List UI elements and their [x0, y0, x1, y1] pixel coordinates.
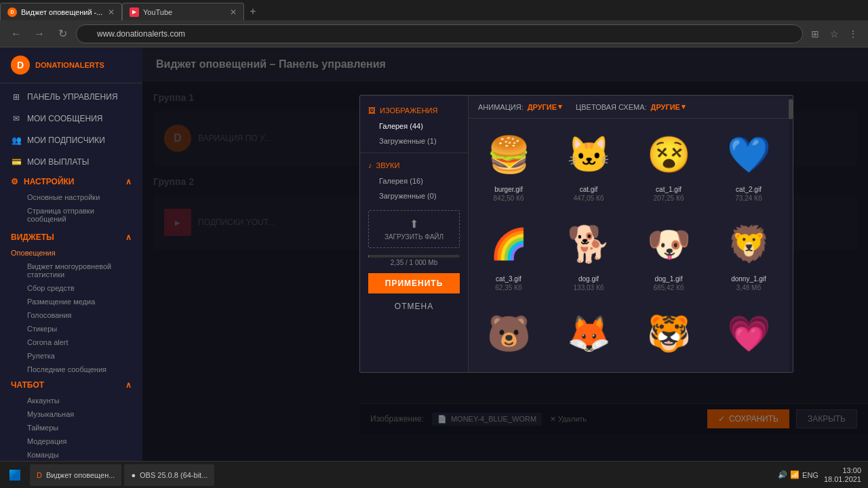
taskbar-tray: 🔊 📶 ENG [778, 470, 818, 479]
image-item-bear2[interactable]: 🦊 [549, 298, 629, 372]
sidebar-sub-sendpage[interactable]: Страница отправки сообщений [0, 204, 142, 226]
sounds-gallery-item[interactable]: Галерея (16) [360, 174, 468, 188]
image-item-cat[interactable]: 🐱 cat.gif 447,05 Кб [549, 119, 629, 208]
sidebar-sub-voting[interactable]: Голосования [0, 308, 142, 322]
image-item-dog1[interactable]: 🐶 dog_1.gif 685,42 Кб [629, 208, 709, 298]
sidebar-item-panel[interactable]: ⊞ ПАНЕЛЬ УПРАВЛЕНИЯ [0, 86, 142, 108]
sounds-section-header: ♪ ЗВУКИ [360, 157, 468, 174]
gallery-label: Галерея (44) [379, 122, 423, 130]
image-thumb-cat2: 💙 [722, 127, 776, 182]
sidebar-settings-header[interactable]: ⚙ НАСТРОЙКИ ∧ [0, 173, 142, 190]
forward-button[interactable]: → [30, 24, 49, 43]
image-item-bear1[interactable]: 🐻 [469, 298, 549, 372]
music-icon: ♪ [368, 161, 372, 169]
sidebar-widgets-header[interactable]: ВИДЖЕТЫ ∧ [0, 228, 142, 246]
tab-youtube[interactable]: ▶ YouTube ✕ [122, 3, 244, 20]
image-item-heart[interactable]: 💗 [709, 298, 789, 372]
images-section-label: ИЗОБРАЖЕНИЯ [380, 106, 437, 115]
start-button[interactable] [3, 463, 27, 487]
settings-chevron: ∧ [125, 177, 132, 186]
tab-close-da[interactable]: ✕ [108, 7, 115, 17]
image-picker-modal: 🖼 ИЗОБРАЖЕНИЯ Галерея (44) Загруженные (… [359, 95, 793, 373]
tab-new-button[interactable]: + [244, 3, 262, 20]
burger-emoji: 🍔 [487, 134, 531, 176]
upload-progress-text: 2,35 / 1 000 Mb [368, 259, 460, 266]
panel-icon: ⊞ [11, 92, 22, 102]
image-thumb-cat3: 🌈 [481, 217, 536, 271]
sidebar-chatbot-header[interactable]: ЧАТБОТ ∧ [0, 376, 142, 394]
sidebar-item-subscribers[interactable]: 👥 МОИ ПОДПИСЧИКИ [0, 129, 142, 151]
sidebar-sub-teams[interactable]: Команды [0, 448, 142, 461]
sidebar-item-label-messages: МОИ СООБЩЕНИЯ [27, 114, 102, 123]
upload-progress: 2,35 / 1 000 Mb [368, 255, 460, 266]
address-bar[interactable] [76, 24, 803, 43]
tray-lang: ENG [802, 471, 818, 479]
sidebar-sub-lastmsg[interactable]: Последние сообщения [0, 363, 142, 376]
modal-scrollbar-thumb [789, 99, 793, 119]
animation-value[interactable]: ДРУГИЕ ▾ [528, 102, 562, 111]
sidebar-item-label-panel: ПАНЕЛЬ УПРАВЛЕНИЯ [27, 92, 118, 102]
image-item-burger[interactable]: 🍔 burger.gif 842,50 Кб [469, 119, 549, 208]
logo-icon: D [11, 56, 30, 75]
brand-name: DONATIONALERTS [35, 61, 104, 69]
settings-icon: ⚙ [11, 177, 18, 186]
upload-area[interactable]: ⬆ ЗАГРУЗИТЬ ФАЙЛ [368, 210, 460, 248]
color-value[interactable]: ДРУГИЕ ▾ [651, 102, 686, 111]
image-item-cat3[interactable]: 🌈 cat_3.gif 62,35 Кб [469, 208, 549, 298]
gallery-item[interactable]: Галерея (44) [360, 119, 468, 134]
taskbar-date: 18.01.2021 [824, 475, 861, 483]
animation-label: АНИМАЦИЯ: [478, 103, 524, 111]
tab-close-yt[interactable]: ✕ [230, 7, 237, 17]
taskbar-app1-icon: D [37, 471, 42, 479]
image-item-cat2[interactable]: 💙 cat_2.gif 73,24 Кб [709, 119, 789, 208]
sidebar-sub-stickers[interactable]: Стикеры [0, 322, 142, 336]
image-thumb-bear1: 🐻 [481, 306, 536, 361]
taskbar-app1[interactable]: D Виджет оповещен... [30, 464, 121, 486]
cancel-button[interactable]: ОТМЕНА [368, 298, 460, 315]
dog1-emoji: 🐶 [647, 224, 691, 265]
image-name-cat1: cat_1.gif [656, 186, 682, 193]
sidebar-sub-accounts[interactable]: Аккаунты [0, 394, 142, 407]
browser-tabs-bar: D Виджет оповещений -... ✕ ▶ YouTube ✕ + [0, 0, 868, 20]
sidebar-sub-roulette[interactable]: Рулетка [0, 349, 142, 363]
image-thumb-heart: 💗 [722, 306, 776, 361]
sidebar-sub-notifications[interactable]: Оповещения [0, 246, 142, 260]
image-item-tiger[interactable]: 🐯 [629, 298, 709, 372]
sidebar-item-payouts[interactable]: 💳 МОИ ВЫПЛАТЫ [0, 151, 142, 173]
image-thumb-cat1: 😵 [642, 127, 696, 182]
taskbar-clock: 13:00 18.01.2021 [824, 466, 861, 483]
sidebar-sub-fundraising[interactable]: Сбор средств [0, 281, 142, 295]
uploaded-item[interactable]: Загруженные (1) [360, 134, 468, 148]
refresh-button[interactable]: ↻ [53, 24, 72, 43]
image-item-dog[interactable]: 🐕 dog.gif 133,03 Кб [549, 208, 629, 298]
sidebar-sub-media[interactable]: Размещение медиа [0, 295, 142, 308]
menu-button[interactable]: ⋮ [845, 26, 861, 42]
back-button[interactable]: ← [7, 24, 26, 43]
sidebar-sub-moderation[interactable]: Модерация [0, 434, 142, 448]
animation-selector: АНИМАЦИЯ: ДРУГИЕ ▾ [478, 102, 562, 111]
sidebar-sub-multistats[interactable]: Виджет многоуровневой статистики [0, 260, 142, 281]
image-thumb-burger: 🍔 [481, 127, 536, 182]
sidebar-sub-timers[interactable]: Таймеры [0, 421, 142, 434]
sidebar-item-label-payouts: МОИ ВЫПЛАТЫ [27, 157, 89, 167]
sounds-uploaded-item[interactable]: Загруженные (0) [360, 188, 468, 203]
sidebar-sub-corona[interactable]: Corona alert [0, 336, 142, 349]
modal-main-area: АНИМАЦИЯ: ДРУГИЕ ▾ ЦВЕТОВАЯ СХЕМА: ДРУГИ… [469, 96, 789, 372]
image-size-burger: 842,50 Кб [494, 195, 524, 202]
sidebar-item-messages[interactable]: ✉ МОИ СООБЩЕНИЯ [0, 108, 142, 129]
sidebar-sub-basic[interactable]: Основные настройки [0, 190, 142, 204]
tab-donationalerts[interactable]: D Виджет оповещений -... ✕ [0, 3, 122, 20]
extensions-button[interactable]: ⊞ [807, 26, 823, 42]
image-size-cat: 447,05 Кб [574, 195, 604, 202]
widgets-label: ВИДЖЕТЫ [11, 232, 54, 242]
apply-button[interactable]: ПРИМЕНИТЬ [368, 273, 460, 293]
modal-scrollbar[interactable] [789, 96, 793, 372]
image-item-cat1[interactable]: 😵 cat_1.gif 207,25 Кб [629, 119, 709, 208]
sidebar-sub-musical[interactable]: Музыкальная [0, 407, 142, 421]
tray-icon2: 📶 [790, 470, 800, 479]
taskbar-app2[interactable]: ● OBS 25.0.8 (64-bit... [124, 464, 214, 486]
image-item-donny1[interactable]: 🦁 donny_1.gif 3,48 Мб [709, 208, 789, 298]
taskbar-time: 13:00 [842, 466, 861, 474]
images-section-header: 🖼 ИЗОБРАЖЕНИЯ [360, 102, 468, 119]
bookmark-button[interactable]: ☆ [826, 26, 842, 42]
